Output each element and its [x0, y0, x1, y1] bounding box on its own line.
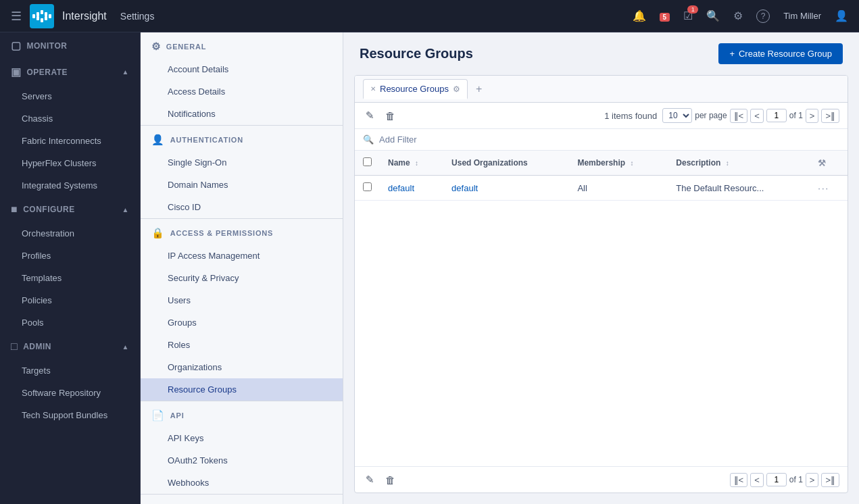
row-used-org-link[interactable]: default [451, 183, 478, 193]
general-settings-icon: ⚙ [151, 41, 161, 53]
topnav-section-label: Settings [120, 11, 155, 22]
row-name-link[interactable]: default [388, 183, 414, 193]
authentication-label: AUTHENTICATION [170, 136, 243, 144]
settings-item-groups[interactable]: Groups [141, 311, 343, 334]
bottom-delete-icon[interactable]: 🗑 [383, 472, 398, 488]
last-page-button[interactable]: >‖ [821, 109, 839, 123]
sidebar-section-admin[interactable]: □ ADMIN ▲ [0, 334, 140, 359]
col-membership-sort-icon[interactable]: ↕ [630, 159, 633, 167]
sidebar-section-configure[interactable]: ■ CONFIGURE ▲ [0, 197, 140, 222]
general-label: GENERAL [166, 43, 206, 51]
row-name-cell: default [380, 176, 443, 201]
sidebar-item-fabric-interconnects[interactable]: Fabric Interconnects [0, 130, 140, 152]
row-actions-cell: ··· [810, 176, 848, 201]
col-header-used-organizations: Used Organizations [443, 151, 569, 176]
settings-item-organizations[interactable]: Organizations [141, 356, 343, 378]
alerts-icon[interactable]: 5 [660, 10, 670, 22]
sidebar-item-integrated-systems[interactable]: Integrated Systems [0, 174, 140, 197]
prev-page-button[interactable]: < [750, 109, 764, 123]
gear-icon[interactable]: ⚙ [733, 9, 743, 22]
user-avatar-icon[interactable]: 👤 [835, 9, 848, 22]
table-container: ✕ Resource Groups ⚙ + ✎ 🗑 1 items found … [354, 75, 848, 493]
monitor-label: MONITOR [27, 41, 68, 51]
col-membership-label: Membership [577, 158, 625, 168]
col-header-actions: ⚒ [810, 151, 848, 176]
tab-close-icon[interactable]: ✕ [370, 85, 376, 93]
row-checkbox[interactable] [363, 182, 372, 191]
add-tab-icon[interactable]: + [476, 83, 482, 95]
settings-item-ip-access[interactable]: IP Access Management [141, 245, 343, 267]
next-page-button[interactable]: > [806, 109, 819, 123]
sidebar-item-tech-support-bundles[interactable]: Tech Support Bundles [0, 404, 140, 426]
settings-general-group: ⚙ GENERAL Account Details Access Details… [141, 32, 343, 126]
sidebar-item-policies[interactable]: Policies [0, 289, 140, 311]
settings-access-header: 🔒 ACCESS & PERMISSIONS [141, 219, 343, 245]
pagination-bottom: ‖< < of 1 > >‖ [730, 473, 839, 487]
page-number-input[interactable] [766, 109, 787, 122]
bottom-edit-icon[interactable]: ✎ [363, 471, 377, 488]
settings-item-notifications[interactable]: Notifications [141, 103, 343, 125]
notification-bell-icon[interactable]: 🔔 [633, 9, 646, 22]
hamburger-menu-icon[interactable]: ☰ [11, 9, 22, 24]
sidebar-item-chassis[interactable]: Chassis [0, 107, 140, 130]
edit-icon[interactable]: ✎ [363, 107, 377, 124]
settings-panel: ⚙ GENERAL Account Details Access Details… [141, 32, 343, 504]
settings-item-account-details[interactable]: Account Details [141, 58, 343, 80]
settings-item-api-keys[interactable]: API Keys [141, 427, 343, 449]
settings-item-users[interactable]: Users [141, 289, 343, 311]
sidebar-item-templates[interactable]: Templates [0, 267, 140, 289]
settings-item-sso[interactable]: Single Sign-On [141, 151, 343, 174]
settings-item-security-privacy[interactable]: Security & Privacy [141, 267, 343, 289]
settings-item-roles[interactable]: Roles [141, 334, 343, 356]
svg-rect-3 [32, 14, 35, 18]
sidebar-item-orchestration[interactable]: Orchestration [0, 222, 140, 245]
tab-settings-icon[interactable]: ⚙ [453, 84, 460, 94]
col-description-label: Description [676, 158, 720, 168]
sidebar-section-monitor[interactable]: ▢ MONITOR [0, 32, 140, 59]
settings-item-resource-groups[interactable]: Resource Groups [141, 378, 343, 401]
page-size-select[interactable]: 10 25 50 [662, 108, 692, 123]
settings-item-access-details[interactable]: Access Details [141, 80, 343, 103]
filter-search-icon: 🔍 [363, 134, 374, 145]
help-icon[interactable]: ? [756, 9, 770, 23]
sidebar-item-servers[interactable]: Servers [0, 85, 140, 107]
add-filter-label[interactable]: Add Filter [379, 134, 417, 145]
bottom-last-page-button[interactable]: >‖ [821, 473, 839, 487]
search-icon[interactable]: 🔍 [706, 9, 720, 22]
create-resource-group-button[interactable]: + Create Resource Group [718, 43, 843, 64]
settings-authentication-group: 👤 AUTHENTICATION Single Sign-On Domain N… [141, 126, 343, 219]
sidebar-item-profiles[interactable]: Profiles [0, 245, 140, 267]
row-checkbox-cell [355, 176, 380, 201]
resource-groups-table: Name ↕ Used Organizations Membership ↕ [355, 151, 848, 201]
settings-item-domain-names[interactable]: Domain Names [141, 174, 343, 196]
bottom-toolbar: ✎ 🗑 ‖< < of 1 > >‖ [355, 466, 848, 493]
bottom-next-page-button[interactable]: > [806, 473, 819, 487]
bottom-prev-page-button[interactable]: < [750, 473, 764, 487]
sidebar-item-software-repository[interactable]: Software Repository [0, 382, 140, 404]
row-actions-menu[interactable]: ··· [818, 183, 829, 193]
settings-item-oauth2-tokens[interactable]: OAuth2 Tokens [141, 449, 343, 472]
sidebar-item-targets[interactable]: Targets [0, 359, 140, 382]
col-name-sort-icon[interactable]: ↕ [415, 159, 418, 167]
bottom-page-number-input[interactable] [766, 473, 787, 486]
first-page-button[interactable]: ‖< [730, 109, 748, 123]
sidebar-item-pools[interactable]: Pools [0, 311, 140, 334]
settings-item-webhooks[interactable]: Webhooks [141, 472, 343, 494]
bottom-first-page-button[interactable]: ‖< [730, 473, 748, 487]
col-description-sort-icon[interactable]: ↕ [726, 159, 729, 167]
settings-access-permissions-group: 🔒 ACCESS & PERMISSIONS IP Access Managem… [141, 219, 343, 401]
settings-item-cisco-id[interactable]: Cisco ID [141, 196, 343, 218]
user-name[interactable]: Tim Miller [783, 11, 821, 21]
settings-api-group: 📄 API API Keys OAuth2 Tokens Webhooks [141, 401, 343, 495]
column-settings-icon[interactable]: ⚒ [818, 158, 826, 168]
tasks-icon[interactable]: ☑ 1 [683, 9, 693, 22]
resource-groups-tab[interactable]: ✕ Resource Groups ⚙ [363, 79, 468, 99]
settings-general-header: ⚙ GENERAL [141, 32, 343, 58]
svg-rect-5 [36, 16, 39, 20]
operate-chevron-icon: ▲ [122, 68, 129, 76]
sidebar-section-operate[interactable]: ▣ OPERATE ▲ [0, 59, 140, 85]
select-all-checkbox[interactable] [363, 157, 372, 166]
delete-icon[interactable]: 🗑 [383, 107, 398, 124]
sidebar-item-hyperflex-clusters[interactable]: HyperFlex Clusters [0, 152, 140, 174]
top-toolbar: ✎ 🗑 1 items found 10 25 50 per page ‖< <… [355, 103, 848, 129]
